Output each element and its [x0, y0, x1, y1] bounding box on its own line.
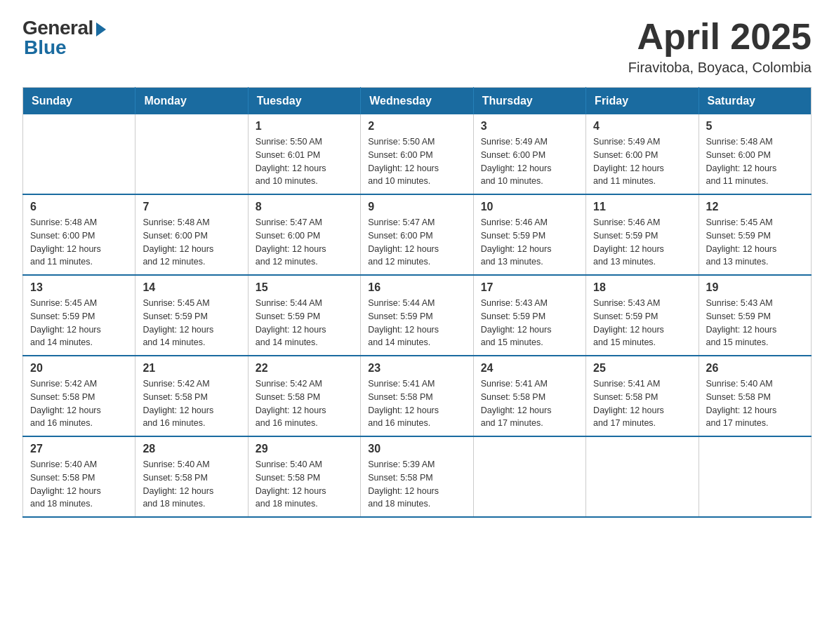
- calendar-cell: 4Sunrise: 5:49 AMSunset: 6:00 PMDaylight…: [586, 114, 699, 194]
- header-wednesday: Wednesday: [361, 88, 473, 115]
- calendar-cell: 25Sunrise: 5:41 AMSunset: 5:58 PMDayligh…: [586, 356, 699, 436]
- calendar-cell: 30Sunrise: 5:39 AMSunset: 5:58 PMDayligh…: [361, 436, 473, 517]
- month-year-title: April 2025: [628, 17, 812, 57]
- calendar-cell: 2Sunrise: 5:50 AMSunset: 6:00 PMDaylight…: [361, 114, 473, 194]
- week-row-3: 13Sunrise: 5:45 AMSunset: 5:59 PMDayligh…: [23, 275, 812, 356]
- location-title: Firavitoba, Boyaca, Colombia: [628, 60, 812, 76]
- day-info: Sunrise: 5:42 AMSunset: 5:58 PMDaylight:…: [256, 377, 353, 430]
- calendar-body: 1Sunrise: 5:50 AMSunset: 6:01 PMDaylight…: [23, 114, 812, 517]
- day-number: 1: [256, 120, 353, 133]
- day-info: Sunrise: 5:41 AMSunset: 5:58 PMDaylight:…: [368, 377, 465, 430]
- day-number: 6: [30, 201, 128, 213]
- logo-blue-text: Blue: [24, 36, 67, 59]
- calendar-cell: 5Sunrise: 5:48 AMSunset: 6:00 PMDaylight…: [699, 114, 811, 194]
- week-row-2: 6Sunrise: 5:48 AMSunset: 6:00 PMDaylight…: [23, 194, 812, 275]
- calendar-cell: 10Sunrise: 5:46 AMSunset: 5:59 PMDayligh…: [473, 194, 585, 275]
- day-info: Sunrise: 5:43 AMSunset: 5:59 PMDaylight:…: [593, 297, 691, 349]
- day-info: Sunrise: 5:47 AMSunset: 6:00 PMDaylight:…: [368, 216, 465, 269]
- day-number: 16: [368, 281, 465, 294]
- calendar-cell: 9Sunrise: 5:47 AMSunset: 6:00 PMDaylight…: [361, 194, 473, 275]
- day-info: Sunrise: 5:43 AMSunset: 5:59 PMDaylight:…: [481, 297, 578, 349]
- day-info: Sunrise: 5:48 AMSunset: 6:00 PMDaylight:…: [706, 135, 804, 188]
- header-friday: Friday: [586, 88, 699, 115]
- calendar-cell: 1Sunrise: 5:50 AMSunset: 6:01 PMDaylight…: [248, 114, 360, 194]
- day-info: Sunrise: 5:50 AMSunset: 6:01 PMDaylight:…: [256, 135, 353, 188]
- calendar-cell: 23Sunrise: 5:41 AMSunset: 5:58 PMDayligh…: [361, 356, 473, 436]
- header-saturday: Saturday: [699, 88, 811, 115]
- day-info: Sunrise: 5:46 AMSunset: 5:59 PMDaylight:…: [593, 216, 691, 269]
- day-info: Sunrise: 5:39 AMSunset: 5:58 PMDaylight:…: [368, 458, 465, 511]
- calendar-cell: [23, 114, 135, 194]
- calendar-cell: 11Sunrise: 5:46 AMSunset: 5:59 PMDayligh…: [586, 194, 699, 275]
- header-thursday: Thursday: [473, 88, 585, 115]
- day-info: Sunrise: 5:40 AMSunset: 5:58 PMDaylight:…: [30, 458, 128, 511]
- calendar-cell: 14Sunrise: 5:45 AMSunset: 5:59 PMDayligh…: [135, 275, 248, 356]
- calendar-cell: 20Sunrise: 5:42 AMSunset: 5:58 PMDayligh…: [23, 356, 135, 436]
- header-row: SundayMondayTuesdayWednesdayThursdayFrid…: [23, 88, 812, 115]
- day-info: Sunrise: 5:42 AMSunset: 5:58 PMDaylight:…: [30, 377, 128, 430]
- day-info: Sunrise: 5:41 AMSunset: 5:58 PMDaylight:…: [481, 377, 578, 430]
- calendar-cell: 16Sunrise: 5:44 AMSunset: 5:59 PMDayligh…: [361, 275, 473, 356]
- day-number: 3: [481, 120, 578, 133]
- day-number: 29: [256, 443, 353, 455]
- day-number: 18: [593, 281, 691, 294]
- calendar-cell: 3Sunrise: 5:49 AMSunset: 6:00 PMDaylight…: [473, 114, 585, 194]
- day-number: 23: [368, 362, 465, 375]
- day-number: 4: [593, 120, 691, 133]
- day-number: 20: [30, 362, 128, 375]
- calendar-cell: [135, 114, 248, 194]
- title-section: April 2025 Firavitoba, Boyaca, Colombia: [628, 17, 812, 76]
- day-number: 2: [368, 120, 465, 133]
- day-number: 21: [143, 362, 240, 375]
- day-number: 17: [481, 281, 578, 294]
- day-info: Sunrise: 5:42 AMSunset: 5:58 PMDaylight:…: [143, 377, 240, 430]
- day-info: Sunrise: 5:47 AMSunset: 6:00 PMDaylight:…: [256, 216, 353, 269]
- day-number: 19: [706, 281, 804, 294]
- logo: General Blue: [22, 17, 106, 59]
- day-info: Sunrise: 5:45 AMSunset: 5:59 PMDaylight:…: [706, 216, 804, 269]
- calendar-cell: [699, 436, 811, 517]
- day-number: 12: [706, 201, 804, 213]
- calendar-cell: 12Sunrise: 5:45 AMSunset: 5:59 PMDayligh…: [699, 194, 811, 275]
- day-info: Sunrise: 5:48 AMSunset: 6:00 PMDaylight:…: [143, 216, 240, 269]
- day-info: Sunrise: 5:40 AMSunset: 5:58 PMDaylight:…: [256, 458, 353, 511]
- day-number: 5: [706, 120, 804, 133]
- day-number: 9: [368, 201, 465, 213]
- day-number: 13: [30, 281, 128, 294]
- calendar-cell: [586, 436, 699, 517]
- page-header: General Blue April 2025 Firavitoba, Boya…: [22, 17, 812, 76]
- day-info: Sunrise: 5:45 AMSunset: 5:59 PMDaylight:…: [143, 297, 240, 349]
- calendar-cell: 27Sunrise: 5:40 AMSunset: 5:58 PMDayligh…: [23, 436, 135, 517]
- calendar-cell: 21Sunrise: 5:42 AMSunset: 5:58 PMDayligh…: [135, 356, 248, 436]
- day-info: Sunrise: 5:45 AMSunset: 5:59 PMDaylight:…: [30, 297, 128, 349]
- day-info: Sunrise: 5:48 AMSunset: 6:00 PMDaylight:…: [30, 216, 128, 269]
- calendar-cell: 13Sunrise: 5:45 AMSunset: 5:59 PMDayligh…: [23, 275, 135, 356]
- calendar-cell: 6Sunrise: 5:48 AMSunset: 6:00 PMDaylight…: [23, 194, 135, 275]
- logo-arrow-icon: [96, 22, 106, 36]
- day-number: 27: [30, 443, 128, 455]
- day-info: Sunrise: 5:44 AMSunset: 5:59 PMDaylight:…: [368, 297, 465, 349]
- day-info: Sunrise: 5:44 AMSunset: 5:59 PMDaylight:…: [256, 297, 353, 349]
- header-sunday: Sunday: [23, 88, 135, 115]
- day-info: Sunrise: 5:50 AMSunset: 6:00 PMDaylight:…: [368, 135, 465, 188]
- day-number: 14: [143, 281, 240, 294]
- calendar-cell: [473, 436, 585, 517]
- calendar-cell: 7Sunrise: 5:48 AMSunset: 6:00 PMDaylight…: [135, 194, 248, 275]
- day-number: 22: [256, 362, 353, 375]
- day-number: 10: [481, 201, 578, 213]
- day-info: Sunrise: 5:40 AMSunset: 5:58 PMDaylight:…: [706, 377, 804, 430]
- day-number: 28: [143, 443, 240, 455]
- header-tuesday: Tuesday: [248, 88, 360, 115]
- day-info: Sunrise: 5:49 AMSunset: 6:00 PMDaylight:…: [593, 135, 691, 188]
- calendar-cell: 26Sunrise: 5:40 AMSunset: 5:58 PMDayligh…: [699, 356, 811, 436]
- calendar-table: SundayMondayTuesdayWednesdayThursdayFrid…: [22, 87, 812, 518]
- calendar-cell: 18Sunrise: 5:43 AMSunset: 5:59 PMDayligh…: [586, 275, 699, 356]
- calendar-header: SundayMondayTuesdayWednesdayThursdayFrid…: [23, 88, 812, 115]
- calendar-cell: 15Sunrise: 5:44 AMSunset: 5:59 PMDayligh…: [248, 275, 360, 356]
- day-number: 8: [256, 201, 353, 213]
- day-number: 25: [593, 362, 691, 375]
- calendar-cell: 24Sunrise: 5:41 AMSunset: 5:58 PMDayligh…: [473, 356, 585, 436]
- week-row-4: 20Sunrise: 5:42 AMSunset: 5:58 PMDayligh…: [23, 356, 812, 436]
- week-row-1: 1Sunrise: 5:50 AMSunset: 6:01 PMDaylight…: [23, 114, 812, 194]
- calendar-cell: 8Sunrise: 5:47 AMSunset: 6:00 PMDaylight…: [248, 194, 360, 275]
